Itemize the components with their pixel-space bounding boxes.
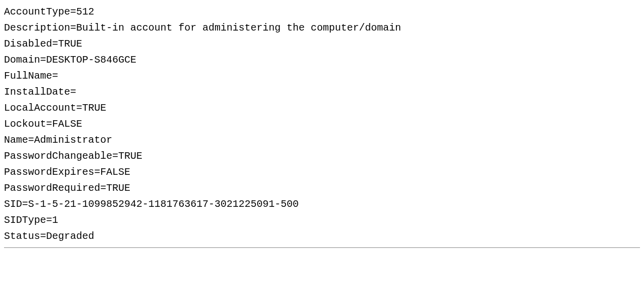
property-line: PasswordExpires=FALSE (4, 164, 640, 180)
property-key: SIDType (4, 214, 46, 226)
property-value: DESKTOP-S846GCE (46, 54, 136, 66)
property-value: 1 (52, 214, 58, 226)
property-key: FullName (4, 70, 52, 82)
property-line: PasswordRequired=TRUE (4, 180, 640, 196)
property-key: Domain (4, 54, 40, 66)
property-value: TRUE (106, 182, 130, 194)
property-line: PasswordChangeable=TRUE (4, 148, 640, 164)
property-line: Name=Administrator (4, 132, 640, 148)
property-key: InstallDate (4, 86, 70, 98)
property-value: TRUE (58, 38, 82, 50)
property-line: Lockout=FALSE (4, 116, 640, 132)
property-key: Lockout (4, 118, 46, 130)
property-line: InstallDate= (4, 84, 640, 100)
property-value: TRUE (118, 150, 142, 162)
property-value: 512 (76, 6, 94, 18)
property-value: S-1-5-21-1099852942-1181763617-302122509… (28, 198, 299, 210)
property-line: SIDType=1 (4, 212, 640, 228)
property-key: AccountType (4, 6, 70, 18)
property-line: Description=Built-in account for adminis… (4, 20, 640, 36)
property-key: Name (4, 134, 28, 146)
property-line: Domain=DESKTOP-S846GCE (4, 52, 640, 68)
property-line: AccountType=512 (4, 4, 640, 20)
property-key: PasswordRequired (4, 182, 100, 194)
property-key: Description (4, 22, 70, 34)
property-key: LocalAccount (4, 102, 76, 114)
property-key: Status (4, 230, 40, 242)
property-value: Administrator (34, 134, 112, 146)
property-value: Built-in account for administering the c… (76, 22, 401, 34)
property-line: FullName= (4, 68, 640, 84)
property-value: FALSE (100, 166, 130, 178)
property-line: Disabled=TRUE (4, 36, 640, 52)
property-key: SID (4, 198, 22, 210)
property-value: TRUE (82, 102, 106, 114)
property-value: FALSE (52, 118, 82, 130)
property-key: Disabled (4, 38, 52, 50)
property-line: LocalAccount=TRUE (4, 100, 640, 116)
property-value: Degraded (46, 230, 94, 242)
property-key: PasswordChangeable (4, 150, 112, 162)
property-line: Status=Degraded (4, 228, 640, 244)
property-key: PasswordExpires (4, 166, 94, 178)
property-line: SID=S-1-5-21-1099852942-1181763617-30212… (4, 196, 640, 212)
wmic-output-block: AccountType=512Description=Built-in acco… (4, 4, 640, 248)
